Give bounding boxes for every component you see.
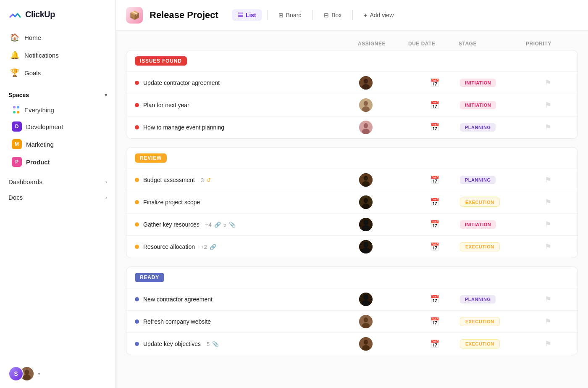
date-cell[interactable]: 📅 xyxy=(410,220,460,229)
task-dot-yellow xyxy=(135,222,139,227)
date-cell[interactable]: 📅 xyxy=(410,198,460,207)
face-icon xyxy=(359,293,373,306)
priority-cell: ⚑ xyxy=(527,198,569,207)
col-header-priority: PRIORITY xyxy=(526,41,568,47)
group-issues-found-label: ISSUES FOUND xyxy=(135,56,187,66)
table-row[interactable]: How to manage event planning 📅 PLANNING … xyxy=(126,116,578,138)
task-name-cell: Update key objectives 5 📎 xyxy=(135,340,359,347)
add-view-button[interactable]: + Add view xyxy=(358,9,399,21)
face-icon xyxy=(359,121,373,134)
clip-icon: 📎 xyxy=(229,222,236,228)
spaces-section-header[interactable]: Spaces ▾ xyxy=(0,85,116,102)
spaces-list: Everything D Development M Marketing P P… xyxy=(0,102,116,171)
svg-point-13 xyxy=(364,176,368,181)
stage-cell: INITIATION xyxy=(460,79,527,87)
face-icon xyxy=(359,315,373,328)
date-cell[interactable]: 📅 xyxy=(410,175,460,185)
tab-box[interactable]: ⊟ Box xyxy=(318,9,347,21)
col-header-assignee: ASSIGNEE xyxy=(358,41,408,47)
add-view-label: Add view xyxy=(370,12,394,18)
assignee-cell xyxy=(359,173,410,187)
table-row[interactable]: Update contractor agreement 📅 INITIATION… xyxy=(126,71,578,94)
avatar xyxy=(359,173,373,187)
sidebar-item-notifications-label: Notifications xyxy=(24,52,59,59)
date-cell[interactable]: 📅 xyxy=(410,100,460,110)
date-cell[interactable]: 📅 xyxy=(410,295,460,304)
stage-badge: INITIATION xyxy=(460,220,496,229)
sidebar-item-product[interactable]: P Product xyxy=(3,153,112,171)
table-row[interactable]: New contractor agreement 📅 PLANNING ⚑ xyxy=(126,288,578,310)
face-icon xyxy=(359,195,373,209)
assignee-cell xyxy=(359,293,410,306)
svg-point-4 xyxy=(364,79,368,84)
dropdown-arrow-icon[interactable]: ▾ xyxy=(38,371,40,377)
board-icon: ⊞ xyxy=(278,12,284,18)
task-name-cell: Finalize project scope xyxy=(135,199,359,206)
sidebar-bottom-sections: Dashboards › Docs › xyxy=(0,171,116,209)
stage-badge: EXECUTION xyxy=(460,198,500,207)
task-name: Resource allocation xyxy=(143,243,195,250)
sidebar-item-development[interactable]: D Development xyxy=(3,118,112,135)
chevron-right-icon: › xyxy=(105,179,107,185)
task-name: Gather key resources xyxy=(143,221,200,228)
task-name: Update key objectives xyxy=(143,340,201,347)
col-header-stage: STAGE xyxy=(459,41,526,47)
tab-board[interactable]: ⊞ Board xyxy=(273,9,307,21)
avatar xyxy=(359,315,373,328)
table-row[interactable]: Gather key resources +4 🔗 5 📎 📅 INITIA xyxy=(126,213,578,235)
table-row[interactable]: Plan for next year 📅 INITIATION ⚑ xyxy=(126,94,578,116)
table-row[interactable]: Refresh company website 📅 EXECUTION ⚑ xyxy=(126,310,578,333)
task-dot-blue xyxy=(135,297,139,301)
table-row[interactable]: Resource allocation +2 🔗 📅 EXECUTION ⚑ xyxy=(126,235,578,258)
priority-cell: ⚑ xyxy=(527,295,569,304)
avatar xyxy=(359,293,373,306)
project-title: Release Project xyxy=(150,10,218,21)
assignee-cell xyxy=(359,76,410,90)
user-avatars[interactable]: S xyxy=(8,366,34,381)
sidebar-item-goals[interactable]: 🏆 Goals xyxy=(5,64,110,82)
task-meta: +2 🔗 xyxy=(201,244,216,250)
table-row[interactable]: Finalize project scope 📅 EXECUTION ⚑ xyxy=(126,191,578,213)
task-dot-red xyxy=(135,81,139,85)
priority-cell: ⚑ xyxy=(527,339,569,348)
date-cell[interactable]: 📅 xyxy=(410,242,460,251)
chevron-right-icon-2: › xyxy=(105,195,107,201)
priority-cell: ⚑ xyxy=(527,220,569,229)
column-headers: ASSIGNEE DUE DATE STAGE PRIORITY xyxy=(126,41,578,50)
col-header-task xyxy=(146,41,358,47)
divider xyxy=(267,10,268,20)
table-row[interactable]: Budget assessment 3 ↺ 📅 PLANNING ⚑ xyxy=(126,169,578,191)
sidebar-item-home[interactable]: 🏠 Home xyxy=(5,29,110,46)
date-cell[interactable]: 📅 xyxy=(410,339,460,348)
topbar: 📦 Release Project ☰ List ⊞ Board ⊟ Box +… xyxy=(116,0,588,31)
task-dot-blue xyxy=(135,342,139,346)
task-name-cell: Plan for next year xyxy=(135,102,359,108)
task-dot-yellow xyxy=(135,178,139,182)
product-badge: P xyxy=(12,157,22,167)
date-cell[interactable]: 📅 xyxy=(410,123,460,132)
group-ready-label: READY xyxy=(135,273,164,282)
sidebar-item-home-label: Home xyxy=(24,34,41,41)
group-ready-header: READY xyxy=(126,267,578,288)
sidebar-item-everything[interactable]: Everything xyxy=(3,102,112,118)
face-icon xyxy=(359,218,373,231)
sidebar-item-marketing[interactable]: M Marketing xyxy=(3,135,112,153)
sidebar-item-docs[interactable]: Docs › xyxy=(3,190,112,205)
divider2 xyxy=(312,10,313,20)
stage-cell: PLANNING xyxy=(460,123,527,132)
avatar xyxy=(359,240,373,253)
sidebar-item-notifications[interactable]: 🔔 Notifications xyxy=(5,46,110,64)
tab-list[interactable]: ☰ List xyxy=(232,9,262,21)
stage-badge: EXECUTION xyxy=(460,242,500,251)
svg-point-10 xyxy=(364,123,368,128)
sidebar-item-dashboards[interactable]: Dashboards › xyxy=(3,174,112,190)
plus-icon: + xyxy=(364,12,367,18)
app-name: ClickUp xyxy=(25,10,55,19)
table-row[interactable]: Update key objectives 5 📎 📅 EXECUTION ⚑ xyxy=(126,333,578,355)
task-dot-red xyxy=(135,125,139,129)
date-cell[interactable]: 📅 xyxy=(410,78,460,87)
stage-cell: PLANNING xyxy=(460,295,527,304)
home-icon: 🏠 xyxy=(10,33,19,42)
task-count3: 5 xyxy=(207,341,210,347)
date-cell[interactable]: 📅 xyxy=(410,317,460,326)
